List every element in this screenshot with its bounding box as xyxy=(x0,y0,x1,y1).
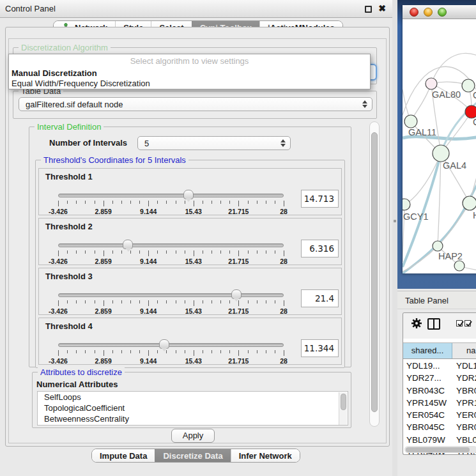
slider-tick xyxy=(85,300,86,303)
node-hap2[interactable] xyxy=(433,241,443,251)
table-row[interactable]: YBR043C YBR0 xyxy=(403,385,476,397)
table-hscrollbar-thumb[interactable] xyxy=(406,447,470,452)
table-panel-title: Table Panel xyxy=(405,296,449,305)
threshold-value-box[interactable]: 21.4 xyxy=(301,289,339,307)
close-icon[interactable]: ✖ xyxy=(378,3,386,13)
tab-impute-label: Impute Data xyxy=(100,451,147,461)
tick-label: 9.144 xyxy=(140,257,157,265)
column-header-shared-name[interactable]: shared... xyxy=(403,343,452,358)
slider-tick xyxy=(211,350,212,353)
apply-button[interactable]: Apply xyxy=(171,429,215,443)
node-h[interactable] xyxy=(463,196,476,210)
threshold-slider: -3.4262.8599.14415.4321.71528 xyxy=(39,169,341,215)
slider-tick xyxy=(238,250,239,256)
attributes-scrollbar[interactable] xyxy=(339,392,347,426)
slider-thumb[interactable] xyxy=(123,240,133,249)
checkbox-1-icon[interactable] xyxy=(456,320,463,326)
table-data-combobox[interactable]: galFiltered.sif default node xyxy=(19,97,372,111)
node-bottom[interactable] xyxy=(454,261,464,271)
table-toolbar xyxy=(403,313,476,339)
node-gal80[interactable] xyxy=(426,78,437,89)
gear-icon[interactable] xyxy=(411,318,422,331)
node-gcy1[interactable] xyxy=(403,199,410,210)
slider-tick xyxy=(95,201,95,204)
threshold-value-box[interactable]: 11.344 xyxy=(301,339,339,357)
slider-tick xyxy=(229,250,230,254)
slider-tick xyxy=(220,250,221,254)
node-red-selected[interactable] xyxy=(465,105,476,118)
slider-tick xyxy=(275,201,275,204)
zoom-traffic-light-icon[interactable] xyxy=(438,8,447,17)
cyni-mode-tabs: Impute Data Discretize Data Infer Networ… xyxy=(91,449,300,463)
close-traffic-light-icon[interactable] xyxy=(410,8,418,17)
slider-tick xyxy=(95,350,95,353)
slider-track[interactable] xyxy=(58,194,284,197)
slider-thumb[interactable] xyxy=(183,190,194,199)
num-intervals-combobox[interactable]: 5 xyxy=(137,136,291,150)
minimize-traffic-light-icon[interactable] xyxy=(424,8,433,17)
cell-name: YER0 xyxy=(452,409,476,421)
node-gal11[interactable] xyxy=(404,115,417,128)
slider-track[interactable] xyxy=(58,293,284,297)
table-row[interactable]: YBL079W YBL0 xyxy=(403,434,476,446)
tick-label: 21.715 xyxy=(228,357,249,365)
tab-infer-network[interactable]: Infer Network xyxy=(231,449,300,462)
settings-scrollbar[interactable] xyxy=(369,121,380,427)
dropdown-hint: Select algorithm to view settings xyxy=(9,56,370,66)
tick-label: 9.144 xyxy=(140,357,157,365)
attributes-group-title: Attributes to discretize xyxy=(38,367,125,377)
dropdown-option-manual[interactable]: Manual Discretization xyxy=(12,68,97,78)
slider-tick xyxy=(139,350,140,353)
table-row[interactable]: YER054C YER0 xyxy=(403,409,476,421)
table-row[interactable]: YDR27... YDR2 xyxy=(403,372,476,384)
attribute-list-item[interactable]: SelfLoops xyxy=(38,392,348,403)
attribute-list-item[interactable]: BetweennessCentrality xyxy=(38,413,348,424)
table-row[interactable]: YPR145W YPR1 xyxy=(403,397,476,409)
slider-tick xyxy=(284,350,284,356)
checkbox-2-icon[interactable] xyxy=(464,320,471,326)
slider-track[interactable] xyxy=(58,343,284,347)
table-row[interactable]: YDL19... YDL1 xyxy=(403,360,476,372)
slider-tick xyxy=(203,300,203,303)
slider-tick xyxy=(76,350,77,353)
tab-discretize-data[interactable]: Discretize Data xyxy=(155,449,230,462)
slider-thumb[interactable] xyxy=(159,339,169,349)
slider-tick xyxy=(248,300,249,303)
split-columns-icon[interactable] xyxy=(427,318,440,330)
divider-handle[interactable] xyxy=(394,220,396,222)
column-header-name[interactable]: na xyxy=(452,343,476,358)
threshold-value-box[interactable]: 6.316 xyxy=(301,240,339,257)
panel-divider[interactable] xyxy=(392,0,397,476)
network-window: GAL80 GA C GAL11 GAL4 GCY1 H HAP2 xyxy=(403,5,476,273)
slider-tick xyxy=(238,201,239,206)
slider-tick xyxy=(248,350,249,353)
attribute-list-item[interactable]: TopologicalCoefficient xyxy=(38,403,348,413)
attributes-scrollbar-thumb[interactable] xyxy=(341,394,346,410)
tab-impute-data[interactable]: Impute Data xyxy=(92,449,155,462)
settings-scrollbar-thumb[interactable] xyxy=(371,132,378,412)
network-window-titlebar[interactable] xyxy=(403,5,476,19)
stepper-icon xyxy=(280,139,286,147)
node-gal4[interactable] xyxy=(433,145,449,162)
tick-label: 28 xyxy=(280,357,288,365)
slider-thumb[interactable] xyxy=(231,289,242,299)
table-hscrollbar[interactable] xyxy=(404,446,476,453)
float-window-icon[interactable] xyxy=(365,6,372,13)
threshold-value-box[interactable]: 14.713 xyxy=(301,190,339,208)
cell-name: YDL1 xyxy=(452,360,476,372)
table-row[interactable]: YBR045C YBR0 xyxy=(403,421,476,433)
network-canvas[interactable]: GAL80 GA C GAL11 GAL4 GCY1 H HAP2 xyxy=(403,19,476,273)
window-title: Control Panel xyxy=(5,4,56,13)
slider-tick xyxy=(284,250,284,256)
slider-tick xyxy=(220,300,221,303)
cell-shared-name: YER054C xyxy=(403,409,452,421)
cell-name: YBL0 xyxy=(452,434,476,446)
slider-tick xyxy=(148,300,149,306)
slider-tick xyxy=(67,201,68,204)
dropdown-option-equal-width[interactable]: Equal Width/Frequency Discretization xyxy=(12,79,150,88)
network-view-frame: GAL80 GA C GAL11 GAL4 GCY1 H HAP2 xyxy=(397,0,476,289)
cell-shared-name: YDL19... xyxy=(403,360,452,372)
slider-tick xyxy=(112,350,113,353)
slider-track[interactable] xyxy=(58,243,284,247)
slider-tick xyxy=(275,250,275,254)
